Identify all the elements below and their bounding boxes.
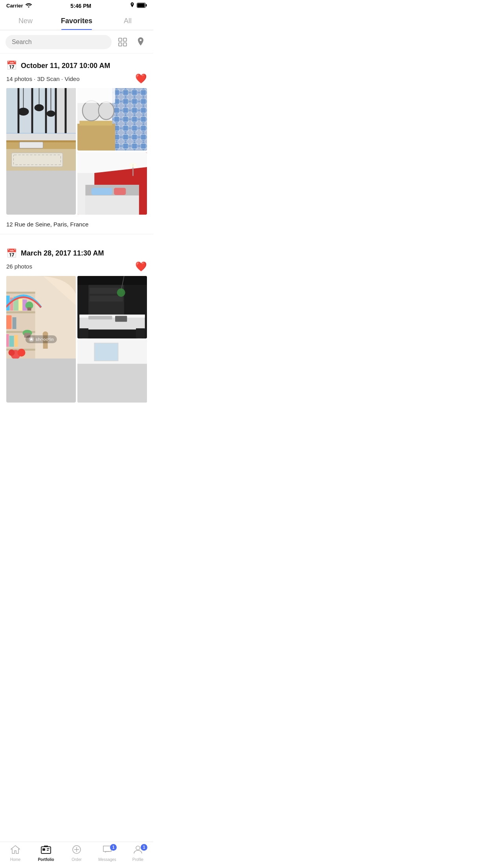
listing-meta-1: 14 photos · 3D Scan · Video bbox=[6, 75, 80, 82]
svg-rect-15 bbox=[6, 88, 18, 139]
svg-rect-68 bbox=[6, 315, 12, 329]
svg-rect-51 bbox=[85, 195, 139, 214]
search-input-wrap[interactable] bbox=[6, 35, 112, 49]
photo-room2-2[interactable] bbox=[77, 340, 147, 403]
svg-rect-100 bbox=[77, 364, 147, 402]
svg-point-27 bbox=[35, 104, 44, 111]
svg-rect-64 bbox=[19, 299, 22, 311]
favorite-button-2[interactable]: ❤️ bbox=[135, 261, 147, 272]
location-filter-button[interactable] bbox=[134, 35, 148, 49]
svg-rect-38 bbox=[77, 124, 115, 151]
carrier-info: Carrier bbox=[6, 3, 32, 9]
photo-dark-placeholder bbox=[77, 276, 147, 338]
svg-point-29 bbox=[47, 110, 55, 117]
svg-rect-4 bbox=[123, 38, 127, 41]
listing-meta-row-2: 26 photos ❤️ bbox=[6, 261, 147, 272]
carrier-label: Carrier bbox=[6, 3, 23, 9]
svg-rect-71 bbox=[9, 336, 14, 347]
search-input[interactable] bbox=[12, 39, 105, 46]
listing-meta-row-1: 14 photos · 3D Scan · Video ❤️ bbox=[6, 73, 147, 84]
photo-bed-placeholder bbox=[77, 152, 147, 215]
listing-date-row-2: 📅 March 28, 2017 11:30 AM bbox=[6, 248, 147, 259]
listing-item-2: 📅 March 28, 2017 11:30 AM 26 photos ❤️ bbox=[0, 241, 153, 403]
photo-bath-placeholder bbox=[77, 88, 147, 151]
photo-dark-kitchen-2[interactable] bbox=[77, 276, 147, 338]
tab-favorites[interactable]: Favorites bbox=[51, 13, 102, 30]
svg-rect-101 bbox=[94, 343, 118, 360]
listing-date-2: March 28, 2017 11:30 AM bbox=[21, 249, 104, 257]
svg-rect-39 bbox=[79, 121, 112, 125]
svg-rect-1 bbox=[146, 4, 147, 6]
watermark: shoootin bbox=[25, 335, 57, 343]
svg-point-41 bbox=[99, 102, 114, 120]
svg-rect-70 bbox=[6, 334, 9, 347]
svg-rect-23 bbox=[20, 142, 43, 148]
svg-rect-49 bbox=[92, 188, 112, 195]
svg-point-76 bbox=[18, 349, 26, 357]
svg-rect-97 bbox=[136, 328, 145, 338]
photo-grid-1 bbox=[6, 88, 147, 215]
photo-side-col-2 bbox=[77, 276, 147, 403]
svg-rect-87 bbox=[90, 296, 123, 302]
listing-item-1: 📅 October 11, 2017 10:00 AM 14 photos · … bbox=[0, 53, 153, 234]
svg-rect-94 bbox=[88, 316, 112, 319]
tab-new[interactable]: New bbox=[0, 13, 51, 30]
svg-rect-57 bbox=[6, 292, 35, 294]
photo-side-col-1 bbox=[77, 88, 147, 215]
svg-rect-5 bbox=[119, 43, 122, 46]
photo-shelf-placeholder bbox=[6, 276, 76, 359]
battery-icon bbox=[137, 3, 147, 9]
photo-main-2[interactable]: shoootin bbox=[6, 276, 76, 403]
top-tab-bar: New Favorites All bbox=[0, 11, 153, 30]
scroll-area: 📅 October 11, 2017 10:00 AM 14 photos · … bbox=[0, 53, 153, 439]
status-icons bbox=[130, 2, 147, 9]
svg-rect-67 bbox=[28, 307, 31, 311]
svg-point-25 bbox=[18, 108, 29, 116]
svg-rect-3 bbox=[119, 38, 122, 41]
svg-rect-58 bbox=[6, 311, 35, 313]
listing-address-1: 12 Rue de Seine, Paris, France bbox=[6, 219, 147, 234]
svg-rect-84 bbox=[77, 276, 147, 285]
svg-rect-96 bbox=[79, 328, 88, 338]
time-display: 5:46 PM bbox=[70, 3, 91, 9]
listing-meta-2: 26 photos bbox=[6, 263, 32, 270]
photo-room2-placeholder bbox=[77, 340, 147, 403]
svg-rect-69 bbox=[13, 317, 17, 329]
location-active-icon bbox=[130, 2, 135, 9]
wifi-icon bbox=[25, 3, 32, 9]
calendar-icon-2: 📅 bbox=[6, 248, 17, 259]
watermark-text: shoootin bbox=[35, 337, 53, 342]
svg-rect-6 bbox=[123, 43, 127, 46]
status-bar: Carrier 5:46 PM bbox=[0, 0, 153, 11]
photo-kitchen bbox=[6, 88, 76, 171]
svg-rect-42 bbox=[77, 88, 115, 103]
calendar-icon-1: 📅 bbox=[6, 61, 17, 71]
svg-point-53 bbox=[129, 163, 136, 167]
svg-rect-11 bbox=[31, 88, 33, 139]
svg-rect-50 bbox=[114, 188, 126, 195]
svg-point-40 bbox=[83, 101, 100, 121]
listing-date-1: October 11, 2017 10:00 AM bbox=[21, 62, 110, 70]
svg-rect-95 bbox=[115, 316, 127, 322]
listing-date-row-1: 📅 October 11, 2017 10:00 AM bbox=[6, 61, 147, 71]
svg-rect-72 bbox=[15, 335, 18, 347]
photo-grid-2: shoootin bbox=[6, 276, 147, 403]
favorite-button-1[interactable]: ❤️ bbox=[135, 73, 147, 84]
svg-rect-2 bbox=[138, 3, 145, 7]
svg-rect-37 bbox=[112, 88, 147, 151]
photo-main-1[interactable] bbox=[6, 88, 76, 215]
svg-point-77 bbox=[9, 349, 15, 356]
divider-1 bbox=[0, 234, 153, 234]
photo-bathroom-1[interactable] bbox=[77, 88, 147, 151]
svg-rect-19 bbox=[6, 133, 76, 141]
svg-point-93 bbox=[117, 289, 125, 297]
svg-rect-14 bbox=[65, 88, 67, 139]
photo-bedroom-1[interactable] bbox=[77, 152, 147, 215]
tab-all[interactable]: All bbox=[102, 13, 153, 30]
grid-view-button[interactable] bbox=[116, 35, 130, 49]
search-bar-row bbox=[0, 30, 153, 53]
